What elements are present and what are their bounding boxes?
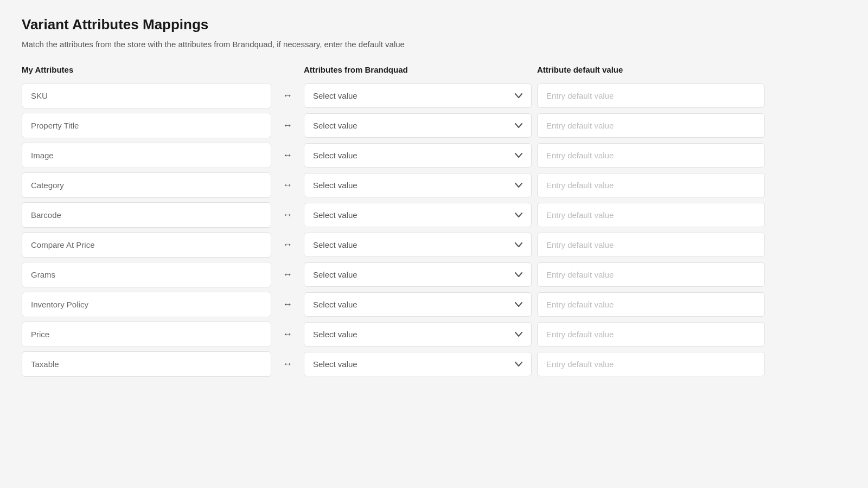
default-value-cell-sku[interactable] <box>537 84 765 108</box>
chevron-down-icon-category <box>515 181 522 190</box>
default-value-input-property-title[interactable] <box>546 121 756 130</box>
col-attributes-brandquad: Attributes from Brandquad <box>304 65 532 74</box>
select-placeholder-compare-at-price: Select value <box>313 240 358 249</box>
chevron-down-icon-price <box>515 330 522 339</box>
attribute-label-taxable: Taxable <box>22 351 271 377</box>
mapping-row-grams: Grams↔Select value <box>22 262 792 287</box>
default-value-input-barcode[interactable] <box>546 210 756 220</box>
page-container: Variant Attributes Mappings Match the at… <box>0 0 814 397</box>
select-placeholder-sku: Select value <box>313 91 358 100</box>
select-dropdown-barcode[interactable]: Select value <box>304 203 532 227</box>
select-dropdown-grams[interactable]: Select value <box>304 262 532 287</box>
default-value-input-sku[interactable] <box>546 91 756 100</box>
default-value-input-category[interactable] <box>546 181 756 190</box>
select-dropdown-category[interactable]: Select value <box>304 173 532 197</box>
page-subtitle: Match the attributes from the store with… <box>22 40 792 49</box>
col-my-attributes: My Attributes <box>22 65 271 74</box>
default-value-cell-taxable[interactable] <box>537 352 765 376</box>
mapping-row-inventory-policy: Inventory Policy↔Select value <box>22 292 792 317</box>
chevron-down-icon-property-title <box>515 121 522 130</box>
select-placeholder-inventory-policy: Select value <box>313 300 358 309</box>
default-value-input-inventory-policy[interactable] <box>546 300 756 309</box>
chevron-down-icon-barcode <box>515 211 522 220</box>
default-value-cell-image[interactable] <box>537 143 765 168</box>
arrow-icon-grams: ↔ <box>271 269 304 280</box>
chevron-down-icon-compare-at-price <box>515 241 522 249</box>
attribute-label-compare-at-price: Compare At Price <box>22 232 271 258</box>
select-dropdown-property-title[interactable]: Select value <box>304 113 532 138</box>
default-value-input-image[interactable] <box>546 151 756 160</box>
attribute-label-image: Image <box>22 143 271 168</box>
default-value-cell-grams[interactable] <box>537 262 765 287</box>
default-value-cell-category[interactable] <box>537 173 765 197</box>
select-dropdown-sku[interactable]: Select value <box>304 84 532 108</box>
mapping-row-taxable: Taxable↔Select value <box>22 351 792 377</box>
select-dropdown-taxable[interactable]: Select value <box>304 352 532 376</box>
mapping-row-category: Category↔Select value <box>22 172 792 198</box>
select-placeholder-grams: Select value <box>313 270 358 279</box>
select-placeholder-image: Select value <box>313 151 358 160</box>
default-value-cell-price[interactable] <box>537 322 765 346</box>
arrow-icon-inventory-policy: ↔ <box>271 299 304 310</box>
attribute-label-category: Category <box>22 172 271 198</box>
arrow-icon-taxable: ↔ <box>271 358 304 370</box>
select-dropdown-compare-at-price[interactable]: Select value <box>304 233 532 257</box>
mapping-row-price: Price↔Select value <box>22 322 792 347</box>
chevron-down-icon-grams <box>515 271 522 279</box>
mapping-row-sku: SKU↔Select value <box>22 83 792 108</box>
mapping-rows-container: SKU↔Select valueProperty Title↔Select va… <box>22 83 792 377</box>
mapping-row-property-title: Property Title↔Select value <box>22 113 792 138</box>
arrow-icon-sku: ↔ <box>271 90 304 101</box>
attribute-label-property-title: Property Title <box>22 113 271 138</box>
attribute-label-price: Price <box>22 322 271 347</box>
arrow-icon-price: ↔ <box>271 329 304 340</box>
default-value-input-grams[interactable] <box>546 270 756 279</box>
chevron-down-icon-sku <box>515 92 522 100</box>
attribute-label-sku: SKU <box>22 83 271 108</box>
arrow-icon-compare-at-price: ↔ <box>271 239 304 251</box>
select-placeholder-category: Select value <box>313 181 358 190</box>
select-placeholder-price: Select value <box>313 330 358 339</box>
select-placeholder-barcode: Select value <box>313 210 358 220</box>
default-value-cell-barcode[interactable] <box>537 203 765 227</box>
attribute-label-grams: Grams <box>22 262 271 287</box>
default-value-input-compare-at-price[interactable] <box>546 240 756 249</box>
default-value-input-price[interactable] <box>546 330 756 339</box>
select-dropdown-price[interactable]: Select value <box>304 322 532 346</box>
default-value-cell-property-title[interactable] <box>537 113 765 138</box>
mapping-row-compare-at-price: Compare At Price↔Select value <box>22 232 792 258</box>
select-dropdown-inventory-policy[interactable]: Select value <box>304 292 532 317</box>
default-value-cell-inventory-policy[interactable] <box>537 292 765 317</box>
select-dropdown-image[interactable]: Select value <box>304 143 532 168</box>
arrow-icon-category: ↔ <box>271 179 304 191</box>
select-placeholder-taxable: Select value <box>313 359 358 369</box>
chevron-down-icon-inventory-policy <box>515 300 522 309</box>
attribute-label-inventory-policy: Inventory Policy <box>22 292 271 317</box>
attribute-label-barcode: Barcode <box>22 202 271 228</box>
col-default-value: Attribute default value <box>537 65 765 74</box>
chevron-down-icon-image <box>515 151 522 160</box>
columns-header: My Attributes Attributes from Brandquad … <box>22 65 792 78</box>
arrow-icon-image: ↔ <box>271 150 304 161</box>
mapping-row-image: Image↔Select value <box>22 143 792 168</box>
arrow-icon-property-title: ↔ <box>271 120 304 131</box>
default-value-cell-compare-at-price[interactable] <box>537 233 765 257</box>
arrow-icon-barcode: ↔ <box>271 209 304 221</box>
page-title: Variant Attributes Mappings <box>22 16 792 33</box>
mapping-row-barcode: Barcode↔Select value <box>22 202 792 228</box>
select-placeholder-property-title: Select value <box>313 121 358 130</box>
chevron-down-icon-taxable <box>515 360 522 369</box>
col-arrow-spacer <box>271 65 304 74</box>
default-value-input-taxable[interactable] <box>546 359 756 369</box>
